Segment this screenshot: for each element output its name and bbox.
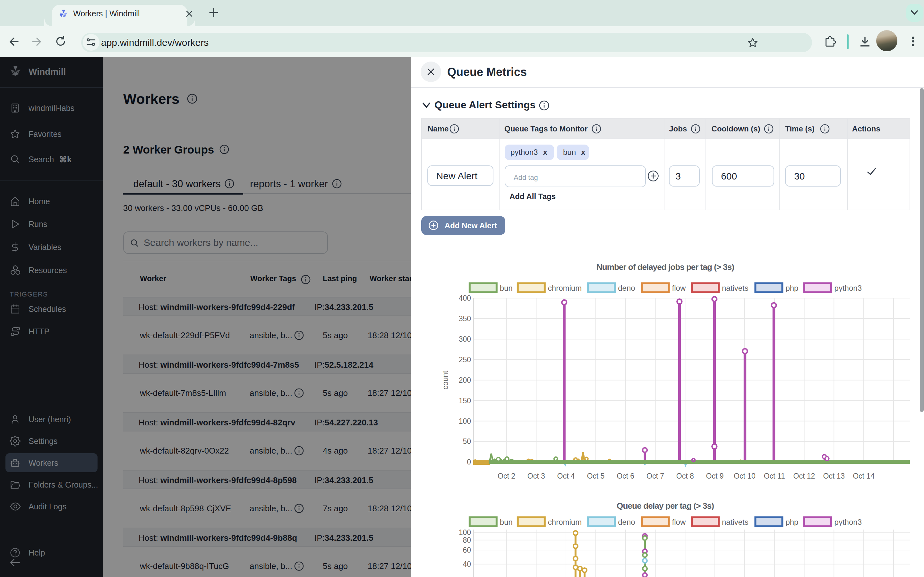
svg-text:0: 0 xyxy=(467,458,471,466)
svg-text:200: 200 xyxy=(459,376,471,384)
svg-text:50: 50 xyxy=(463,437,471,446)
svg-text:150: 150 xyxy=(459,396,471,405)
svg-text:Oct 6: Oct 6 xyxy=(617,472,634,480)
svg-text:deno: deno xyxy=(618,284,635,292)
svg-text:100: 100 xyxy=(459,528,471,537)
svg-text:php: php xyxy=(785,518,798,526)
svg-text:count: count xyxy=(441,371,449,390)
svg-text:chromium: chromium xyxy=(548,284,582,292)
svg-text:python3: python3 xyxy=(835,518,862,526)
svg-text:80: 80 xyxy=(463,536,471,544)
svg-text:350: 350 xyxy=(459,314,471,323)
svg-text:flow: flow xyxy=(672,518,686,526)
svg-text:deno: deno xyxy=(618,518,635,526)
svg-text:chromium: chromium xyxy=(548,518,582,526)
svg-text:300: 300 xyxy=(459,335,471,343)
svg-text:nativets: nativets xyxy=(722,284,748,292)
svg-text:bun: bun xyxy=(500,284,513,292)
svg-text:Oct 11: Oct 11 xyxy=(764,472,785,480)
svg-text:100: 100 xyxy=(459,417,471,425)
svg-text:40: 40 xyxy=(463,560,471,568)
svg-text:python3: python3 xyxy=(835,284,862,292)
svg-text:Oct 7: Oct 7 xyxy=(646,472,664,480)
svg-text:Oct 4: Oct 4 xyxy=(557,472,575,480)
svg-text:php: php xyxy=(785,284,798,292)
svg-text:Oct 3: Oct 3 xyxy=(527,472,545,480)
svg-text:Oct 10: Oct 10 xyxy=(734,472,756,480)
svg-text:Number of delayed jobs per tag: Number of delayed jobs per tag (> 3s) xyxy=(596,262,734,272)
svg-text:Oct 13: Oct 13 xyxy=(823,472,845,480)
svg-text:bun: bun xyxy=(500,518,513,526)
svg-text:Oct 14: Oct 14 xyxy=(853,472,875,480)
svg-text:60: 60 xyxy=(463,546,471,554)
svg-text:nativets: nativets xyxy=(722,518,748,526)
svg-text:Queue delay per tag (> 3s): Queue delay per tag (> 3s) xyxy=(617,501,714,511)
svg-text:Oct 12: Oct 12 xyxy=(793,472,815,480)
svg-text:Oct 9: Oct 9 xyxy=(706,472,724,480)
svg-text:Oct 8: Oct 8 xyxy=(676,472,694,480)
svg-text:250: 250 xyxy=(459,356,471,364)
svg-text:400: 400 xyxy=(459,294,471,302)
svg-text:flow: flow xyxy=(672,284,686,292)
svg-text:Oct 5: Oct 5 xyxy=(587,472,604,480)
svg-text:Oct 2: Oct 2 xyxy=(498,472,515,480)
